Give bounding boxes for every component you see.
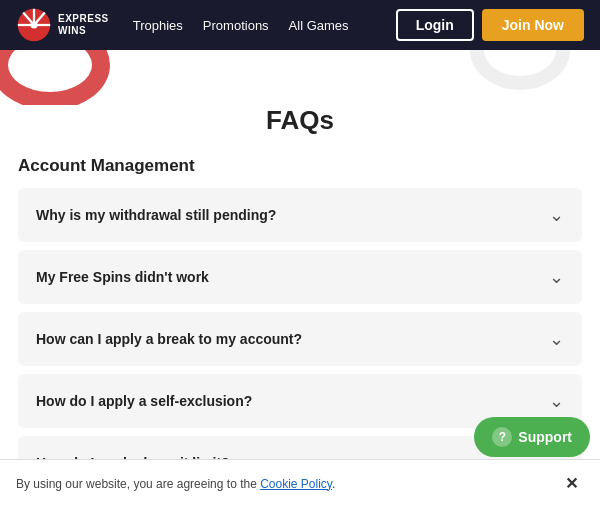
cookie-policy-link[interactable]: Cookie Policy [260, 477, 332, 491]
cookie-suffix: . [332, 477, 335, 491]
section-title: Account Management [18, 156, 582, 176]
header-left: EXPRESSWINS Trophies Promotions All Game… [16, 7, 349, 43]
cookie-close-button[interactable]: ✕ [559, 472, 584, 495]
logo-text: EXPRESSWINS [58, 13, 109, 37]
faq-question-2: My Free Spins didn't work [36, 269, 209, 285]
decor-circle-left [0, 50, 110, 105]
chevron-down-icon-2: ⌄ [549, 266, 564, 288]
support-label: Support [518, 429, 572, 445]
main-nav: Trophies Promotions All Games [133, 18, 349, 33]
support-icon: ? [492, 427, 512, 447]
cookie-text: By using our website, you are agreeing t… [16, 477, 335, 491]
cookie-banner: By using our website, you are agreeing t… [0, 459, 600, 507]
faq-item-2[interactable]: My Free Spins didn't work⌄ [18, 250, 582, 304]
page-title: FAQs [18, 105, 582, 136]
nav-trophies[interactable]: Trophies [133, 18, 183, 33]
login-button[interactable]: Login [396, 9, 474, 41]
chevron-down-icon-3: ⌄ [549, 328, 564, 350]
faq-question-1: Why is my withdrawal still pending? [36, 207, 276, 223]
logo-area: EXPRESSWINS [16, 7, 109, 43]
decorative-area [0, 50, 600, 105]
chevron-down-icon-4: ⌄ [549, 390, 564, 412]
faq-question-4: How do I apply a self-exclusion? [36, 393, 252, 409]
faq-item-1[interactable]: Why is my withdrawal still pending?⌄ [18, 188, 582, 242]
svg-point-6 [30, 21, 37, 28]
logo-icon [16, 7, 52, 43]
nav-all-games[interactable]: All Games [289, 18, 349, 33]
decor-circle-right [470, 50, 570, 90]
nav-promotions[interactable]: Promotions [203, 18, 269, 33]
header-right: Login Join Now [396, 9, 584, 41]
header: EXPRESSWINS Trophies Promotions All Game… [0, 0, 600, 50]
chevron-down-icon-1: ⌄ [549, 204, 564, 226]
faq-item-3[interactable]: How can I apply a break to my account?⌄ [18, 312, 582, 366]
support-button[interactable]: ? Support [474, 417, 590, 457]
cookie-prefix: By using our website, you are agreeing t… [16, 477, 260, 491]
join-button[interactable]: Join Now [482, 9, 584, 41]
faq-question-3: How can I apply a break to my account? [36, 331, 302, 347]
